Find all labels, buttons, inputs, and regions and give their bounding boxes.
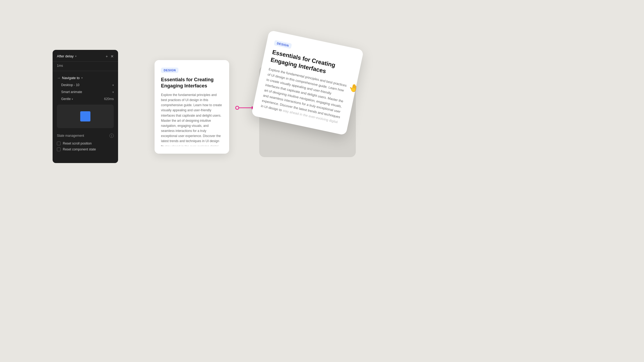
smart-animate-chevron: ▾ bbox=[112, 91, 114, 94]
add-button[interactable]: + bbox=[106, 54, 108, 58]
gentle-label: Gentle ▾ bbox=[61, 97, 73, 101]
state-management-header: State management i bbox=[57, 134, 114, 138]
desktop-option-label: Desktop - 10 bbox=[61, 83, 79, 87]
reset-component-row[interactable]: Reset component state bbox=[57, 146, 114, 152]
smart-animate-row[interactable]: Smart animate ▾ bbox=[53, 88, 118, 95]
reset-scroll-row[interactable]: Reset scroll position bbox=[57, 141, 114, 146]
close-button[interactable]: ✕ bbox=[111, 54, 114, 58]
navigate-to-row[interactable]: → Navigate to ▾ bbox=[53, 74, 118, 82]
gentle-value: 620ms bbox=[104, 97, 114, 101]
reset-component-checkbox[interactable] bbox=[57, 147, 61, 151]
svg-point-0 bbox=[236, 106, 239, 109]
animation-preview bbox=[57, 105, 114, 128]
preview-square bbox=[80, 111, 90, 121]
desktop-option-chevron: ▾ bbox=[112, 84, 114, 87]
state-management-label: State management bbox=[57, 134, 84, 138]
navigate-arrow-icon: → bbox=[57, 76, 60, 80]
desktop-option-row[interactable]: Desktop - 10 ▾ bbox=[53, 82, 118, 88]
center-card-title: Essentials for Creating Engaging Interfa… bbox=[161, 77, 223, 89]
cursor-hand-icon: 🤚 bbox=[348, 83, 359, 94]
reset-component-label: Reset component state bbox=[63, 147, 96, 151]
panel-title-row: After delay ▾ bbox=[57, 54, 76, 58]
panel-header: After delay ▾ + ✕ bbox=[53, 50, 118, 62]
panel-actions: + ✕ bbox=[106, 54, 114, 58]
center-card-badge: DESIGN bbox=[161, 68, 178, 73]
right-preview-area: DESIGN Essentials for Creating Engaging … bbox=[251, 36, 364, 157]
panel-title: After delay bbox=[57, 54, 74, 58]
interaction-panel: After delay ▾ + ✕ 1ms → Navigate to ▾ De… bbox=[53, 50, 118, 163]
gentle-chevron: ▾ bbox=[72, 98, 73, 101]
navigate-chevron-icon: ▾ bbox=[81, 76, 83, 79]
gentle-row[interactable]: Gentle ▾ 620ms bbox=[53, 95, 118, 102]
panel-body: → Navigate to ▾ Desktop - 10 ▾ Smart ani… bbox=[53, 71, 118, 157]
navigate-label: Navigate to bbox=[62, 76, 80, 80]
delay-value: 1ms bbox=[53, 62, 118, 71]
center-card-body: Explore the fundamental principles and b… bbox=[161, 93, 223, 146]
center-card: DESIGN Essentials for Creating Engaging … bbox=[155, 60, 229, 154]
panel-title-chevron: ▾ bbox=[75, 55, 76, 58]
tilted-card-badge: DESIGN bbox=[274, 40, 292, 49]
reset-scroll-label: Reset scroll position bbox=[63, 142, 92, 145]
state-management-section: State management i Reset scroll position… bbox=[53, 130, 118, 153]
info-icon[interactable]: i bbox=[109, 134, 114, 138]
reset-scroll-checkbox[interactable] bbox=[57, 142, 61, 145]
smart-animate-label: Smart animate bbox=[61, 90, 82, 94]
